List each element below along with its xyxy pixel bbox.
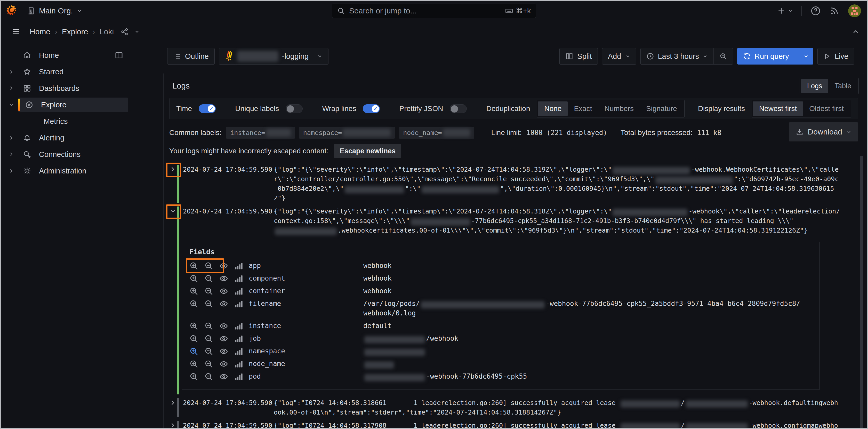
outline-button[interactable]: Outline bbox=[167, 48, 215, 64]
field-stats-bars-icon[interactable] bbox=[234, 274, 243, 283]
toggle-unique-labels[interactable] bbox=[286, 104, 303, 113]
menu-hamburger-icon[interactable] bbox=[11, 27, 21, 36]
sidebar-item-home[interactable]: Home bbox=[1, 47, 132, 63]
run-query-options-chevron[interactable] bbox=[799, 48, 813, 64]
dedup-option-none[interactable]: None bbox=[538, 101, 568, 116]
filter-out-value-zoom-out-icon[interactable] bbox=[204, 360, 213, 368]
filter-out-value-zoom-out-icon[interactable] bbox=[204, 372, 213, 381]
field-stats-bars-icon[interactable] bbox=[234, 321, 243, 330]
share-icon[interactable] bbox=[121, 28, 129, 36]
sidebar-item-label: Administration bbox=[39, 167, 87, 175]
dedup-option-numbers[interactable]: Numbers bbox=[598, 101, 640, 116]
datasource-picker[interactable]: -logging bbox=[219, 48, 329, 64]
escape-newlines-button[interactable]: Escape newlines bbox=[334, 144, 401, 158]
toggle-visibility-eye-icon[interactable] bbox=[219, 334, 228, 343]
sidebar-item-connections[interactable]: Connections bbox=[1, 146, 132, 163]
expand-log-row-chevron-right-icon[interactable] bbox=[169, 421, 177, 429]
log-message[interactable]: {"log":"{\"severity\":\"info\",\"timesta… bbox=[274, 207, 841, 235]
expand-log-row-chevron-right-icon[interactable] bbox=[169, 165, 177, 203]
log-message[interactable]: {"log":"{\"severity\":\"info\",\"timesta… bbox=[274, 165, 841, 203]
filter-for-value-zoom-in-icon[interactable] bbox=[189, 299, 198, 308]
chevron-right-icon[interactable] bbox=[8, 152, 18, 157]
sidebar-item-administration[interactable]: Administration bbox=[1, 163, 132, 179]
filter-out-value-zoom-out-icon[interactable] bbox=[204, 287, 213, 296]
sidebar-item-dashboards[interactable]: Dashboards bbox=[1, 80, 132, 96]
filter-for-value-zoom-in-icon[interactable] bbox=[189, 262, 198, 270]
filter-for-value-zoom-in-icon[interactable] bbox=[189, 274, 198, 283]
zoom-out-time-range-button[interactable] bbox=[713, 48, 733, 64]
sidebar-item-explore[interactable]: Explore bbox=[1, 96, 132, 113]
toggle-visibility-eye-icon[interactable] bbox=[219, 360, 228, 368]
log-message[interactable]: {"log":"I0724 14:04:58.317908 1 leaderel… bbox=[274, 421, 841, 429]
field-stats-bars-icon[interactable] bbox=[234, 334, 243, 343]
time-range-picker[interactable]: Last 3 hours bbox=[641, 48, 713, 64]
grafana-logo-icon[interactable] bbox=[5, 4, 18, 17]
view-option-logs[interactable]: Logs bbox=[801, 79, 829, 93]
split-button[interactable]: Split bbox=[559, 48, 597, 64]
toggle-wrap-lines[interactable]: ✓ bbox=[363, 104, 380, 113]
vertical-scrollbar[interactable] bbox=[860, 156, 863, 429]
chevron-right-icon[interactable] bbox=[8, 86, 18, 91]
sidebar-item-alerting[interactable]: Alerting bbox=[1, 130, 132, 146]
chevron-right-icon[interactable] bbox=[8, 168, 18, 174]
filter-for-value-zoom-in-icon[interactable] bbox=[189, 287, 198, 296]
log-row: 2024-07-24 17:04:59.590{"log":"I0724 14:… bbox=[169, 398, 864, 417]
toggle-visibility-eye-icon[interactable] bbox=[219, 372, 228, 381]
sidebar-item-label: Dashboards bbox=[39, 84, 79, 93]
sidebar-item-metrics[interactable]: Metrics bbox=[1, 113, 132, 130]
news-rss-icon[interactable] bbox=[830, 6, 839, 16]
display-option-oldest-first[interactable]: Oldest first bbox=[803, 101, 850, 116]
toggle-time[interactable]: ✓ bbox=[199, 104, 216, 113]
field-stats-bars-icon[interactable] bbox=[234, 299, 243, 308]
expand-log-row-chevron-right-icon[interactable] bbox=[169, 398, 177, 417]
field-stats-bars-icon[interactable] bbox=[234, 360, 243, 368]
filter-out-value-zoom-out-icon[interactable] bbox=[204, 347, 213, 356]
filter-out-value-zoom-out-icon[interactable] bbox=[204, 334, 213, 343]
chevron-right-icon[interactable] bbox=[8, 69, 18, 74]
filter-for-value-zoom-in-icon[interactable] bbox=[189, 347, 198, 356]
chevron-right-icon[interactable] bbox=[8, 135, 18, 141]
help-icon[interactable] bbox=[810, 6, 821, 16]
toggle-visibility-eye-icon[interactable] bbox=[219, 321, 228, 330]
filter-for-value-zoom-in-icon[interactable] bbox=[189, 360, 198, 368]
download-button[interactable]: Download bbox=[789, 122, 858, 142]
toggle-visibility-eye-icon[interactable] bbox=[219, 262, 228, 270]
org-switcher[interactable]: Main Org. bbox=[27, 6, 82, 15]
field-stats-bars-icon[interactable] bbox=[234, 347, 243, 356]
field-stats-bars-icon[interactable] bbox=[234, 262, 243, 270]
run-query-button[interactable]: Run query bbox=[737, 48, 813, 64]
log-message[interactable]: {"log":"I0724 14:04:58.318661 1 leaderel… bbox=[274, 398, 841, 417]
dedup-option-signature[interactable]: Signature bbox=[640, 101, 683, 116]
chevron-down-icon[interactable] bbox=[8, 102, 18, 108]
toggle-visibility-eye-icon[interactable] bbox=[219, 299, 228, 308]
view-option-table[interactable]: Table bbox=[828, 79, 858, 93]
collapse-section-chevron-up-icon[interactable] bbox=[852, 28, 860, 36]
toggle-visibility-eye-icon[interactable] bbox=[219, 347, 228, 356]
toggle-visibility-eye-icon[interactable] bbox=[219, 274, 228, 283]
field-stats-bars-icon[interactable] bbox=[234, 372, 243, 381]
filter-out-value-zoom-out-icon[interactable] bbox=[204, 262, 213, 270]
filter-out-value-zoom-out-icon[interactable] bbox=[204, 321, 213, 330]
sidebar-item-starred[interactable]: Starred bbox=[1, 63, 132, 80]
user-avatar[interactable] bbox=[848, 4, 861, 17]
field-stats-bars-icon[interactable] bbox=[234, 287, 243, 296]
breadcrumb-item-home[interactable]: Home bbox=[30, 27, 50, 36]
add-new-plus-icon[interactable] bbox=[777, 7, 793, 15]
filter-out-value-zoom-out-icon[interactable] bbox=[204, 274, 213, 283]
add-button[interactable]: Add bbox=[602, 48, 637, 64]
expand-log-row-chevron-down-icon[interactable] bbox=[169, 207, 177, 394]
live-button[interactable]: Live bbox=[817, 48, 854, 64]
dedup-option-exact[interactable]: Exact bbox=[568, 101, 598, 116]
filter-for-value-zoom-in-icon[interactable] bbox=[189, 334, 198, 343]
display-option-newest-first[interactable]: Newest first bbox=[753, 101, 803, 116]
dock-sidebar-icon[interactable] bbox=[115, 51, 123, 60]
filter-for-value-zoom-in-icon[interactable] bbox=[189, 321, 198, 330]
filter-for-value-zoom-in-icon[interactable] bbox=[189, 372, 198, 381]
breadcrumb-item-explore[interactable]: Explore bbox=[62, 27, 88, 36]
breadcrumb-item-loki[interactable]: Loki bbox=[100, 27, 114, 36]
search-input[interactable]: Search or jump to... ⌘+k bbox=[332, 4, 536, 18]
chevron-down-icon[interactable] bbox=[134, 29, 140, 34]
toggle-prettify-json[interactable] bbox=[450, 104, 467, 113]
filter-out-value-zoom-out-icon[interactable] bbox=[204, 299, 213, 308]
toggle-visibility-eye-icon[interactable] bbox=[219, 287, 228, 296]
